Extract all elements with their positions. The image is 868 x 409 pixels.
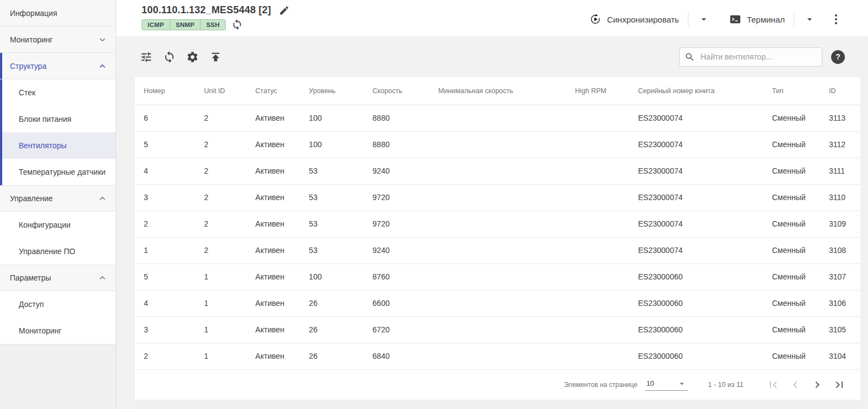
table-cell: Активен [247,184,300,211]
table-cell: 5 [135,131,195,158]
page-header: 100.110.1.132_MES5448 [2] ICMP SNMP SSH [116,0,868,36]
sidebar-item-management[interactable]: Управление [0,185,116,212]
synchronize-button[interactable]: Синхронизировать [585,10,683,29]
table-cell [566,237,629,263]
kebab-icon [835,14,837,17]
badge-ssh: SSH [200,20,225,30]
table-cell: 1 [135,237,195,263]
app-window: ИнформацияМониторингСтруктураСтекБлоки п… [0,0,868,409]
refresh-table-button[interactable] [158,46,180,68]
next-page-button[interactable] [806,374,828,396]
table-cell: 2 [135,343,195,369]
terminal-dropdown-button[interactable] [799,12,821,27]
sidebar-item-parameters[interactable]: Параметры [0,265,116,291]
table-row[interactable]: 42Активен539240ES23000074Сменный3111 [135,158,860,184]
sidebar-item-software-management[interactable]: Управление ПО [0,238,116,265]
sidebar-item-stack[interactable]: Стек [0,79,116,106]
table-cell: ES23000060 [630,343,763,369]
settings-button[interactable] [181,46,203,68]
fans-table-card: Номер Unit ID Статус Уровень Скорость Ми… [135,77,860,400]
table-cell [566,158,629,184]
sidebar-item-label: Стек [19,88,35,97]
table-cell [566,131,629,158]
sidebar-item-label: Доступ [19,300,44,309]
table-cell: Сменный [763,105,820,131]
table-cell: Сменный [763,237,820,263]
sidebar-item-power-supplies[interactable]: Блоки питания [0,106,116,132]
paginator: Элементов на странице 10 1 - 10 из 11 [135,370,860,400]
badge-icmp: ICMP [142,20,170,30]
column-header-status: Статус [247,77,300,105]
table-cell: 3108 [820,237,860,263]
table-row[interactable]: 31Активен266720ES23000060Сменный3105 [135,316,860,343]
sidebar-item-monitoring[interactable]: Мониторинг [0,26,116,53]
table-cell: Активен [247,343,300,369]
help-button[interactable]: ? [831,50,845,64]
terminal-label: Терминал [747,15,785,24]
sidebar-item-label: Блоки питания [19,115,72,123]
table-cell: Активен [247,211,300,237]
filter-columns-button[interactable] [135,46,157,68]
upload-icon [209,51,222,63]
column-header-min-speed: Минимальная скорость [430,77,566,105]
table-cell: Активен [247,290,300,316]
content-body: ? Номер Unit ID Статус [116,36,868,409]
table-cell: 2 [195,237,246,263]
table-cell: 2 [195,158,246,184]
sidebar-item-structure[interactable]: Структура [0,53,116,79]
refresh-availability-button[interactable] [231,19,243,30]
table-row[interactable]: 32Активен539720ES23000074Сменный3110 [135,184,860,211]
sidebar-item-fans[interactable]: Вентиляторы [0,132,116,159]
previous-page-button[interactable] [784,374,806,396]
table-cell: 3110 [820,184,860,211]
table-row[interactable]: 41Активен266600ES23000060Сменный3106 [135,290,860,316]
table-cell [430,211,566,237]
column-header-id: ID [820,77,860,105]
column-header-number: Номер [135,77,195,105]
table-cell: 8760 [364,263,430,290]
page-size-select[interactable]: 10 [645,379,688,391]
main-content: 100.110.1.132_MES5448 [2] ICMP SNMP SSH [116,0,868,409]
table-cell: 9240 [364,158,430,184]
sidebar-item-monitoring-params[interactable]: Мониторинг [0,317,116,344]
synchronize-label: Синхронизировать [607,15,679,24]
table-cell: 3107 [820,263,860,290]
sidebar-item-information[interactable]: Информация [0,0,116,26]
synchronize-dropdown-button[interactable] [693,12,715,27]
column-header-speed: Скорость [364,77,430,105]
terminal-button[interactable]: Терминал [725,10,789,29]
table-row[interactable]: 51Активен1008760ES23000060Сменный3107 [135,263,860,290]
table-cell: Сменный [763,158,820,184]
column-header-level: Уровень [300,77,364,105]
help-glyph: ? [836,52,840,61]
table-row[interactable]: 21Активен266840ES23000060Сменный3104 [135,343,860,369]
first-page-button[interactable] [762,374,784,396]
sidebar-item-access[interactable]: Доступ [0,291,116,317]
sidebar-item-label: Управление ПО [19,247,75,256]
table-cell: 9720 [364,184,430,211]
table-row[interactable]: 52Активен1008880ES23000074Сменный3112 [135,131,860,158]
table-row[interactable]: 22Активен539720ES23000074Сменный3109 [135,211,860,237]
sidebar-item-configurations[interactable]: Конфигурации [0,212,116,238]
table-row[interactable]: 12Активен539240ES23000074Сменный3108 [135,237,860,263]
chevron-up-icon [97,61,108,72]
upload-button[interactable] [204,46,226,68]
edit-title-button[interactable] [279,5,290,16]
table-cell: ES23000074 [630,211,763,237]
sidebar: ИнформацияМониторингСтруктураСтекБлоки п… [0,0,116,409]
table-cell [566,343,629,369]
table-cell: 53 [300,211,364,237]
sidebar-item-temperature-sensors[interactable]: Температурные датчики [0,159,116,185]
sidebar-item-label: Конфигурации [19,220,70,229]
table-row[interactable]: 62Активен1008880ES23000074Сменный3113 [135,105,860,131]
sidebar-item-label: Структура [10,62,46,71]
table-cell [430,184,566,211]
more-menu-button[interactable] [829,11,843,28]
table-cell: Сменный [763,211,820,237]
sidebar-filler [0,344,116,409]
search-input[interactable] [679,47,822,67]
caret-down-icon [677,379,687,389]
last-page-button[interactable] [828,374,850,396]
table-cell: ES23000074 [630,158,763,184]
table-cell [566,105,629,131]
